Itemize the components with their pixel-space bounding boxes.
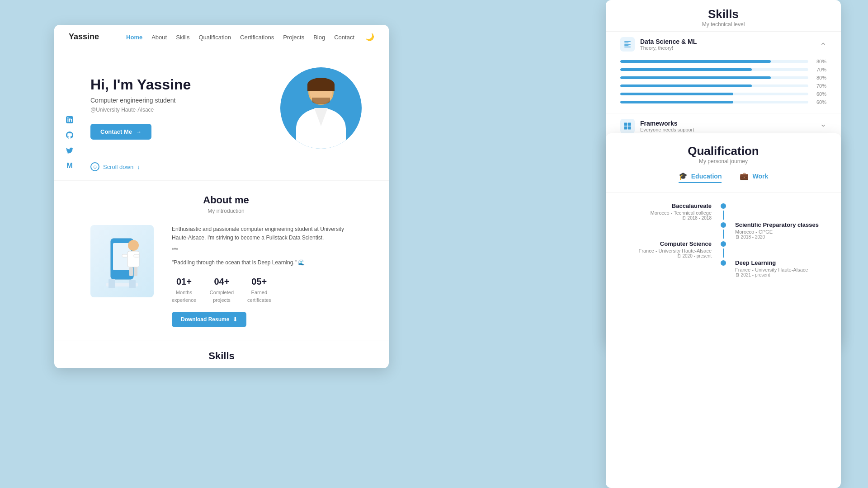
hero-role: Computer engineering student xyxy=(90,97,271,104)
skill-pct-3: 80% xyxy=(812,75,826,80)
contact-me-button[interactable]: Contact Me → xyxy=(90,124,151,140)
skill-bar-fill-6 xyxy=(620,101,733,103)
tab-education[interactable]: 🎓 Education xyxy=(679,172,722,183)
stat-projects-number: 04+ xyxy=(210,274,234,289)
skill-bar-track-5 xyxy=(620,93,808,95)
skill-bar-fill-2 xyxy=(620,68,752,71)
svg-rect-7 xyxy=(134,267,137,276)
dl-item: Deep Learning France - University Haute-… xyxy=(728,258,823,277)
bac-date: 🗓 2018 - 2018 xyxy=(624,216,712,221)
skills-subtitle: My technical level xyxy=(620,21,826,28)
dl-place: France - University Haute-Alsace xyxy=(735,267,823,272)
about-image xyxy=(90,225,154,297)
skill-bar-track-1 xyxy=(620,60,808,63)
nav-item-projects[interactable]: Projects xyxy=(283,33,304,41)
dl-date: 🗓 2021 - present xyxy=(735,272,823,277)
ds-ml-subtitle: Theory, theory! xyxy=(640,45,697,51)
stat-projects: 04+ Completedprojects xyxy=(210,274,234,305)
stat-experience: 01+ Monthsexperience xyxy=(172,274,196,305)
about-title: About me xyxy=(90,194,362,206)
sci-prep-title: Scientific Preparatory classes xyxy=(735,221,823,229)
about-stats: 01+ Monthsexperience 04+ Completedprojec… xyxy=(172,274,362,305)
nav-item-contact[interactable]: Contact xyxy=(334,33,354,41)
hero-university: @University Haute-Alsace xyxy=(90,107,271,113)
nav-link-qualification[interactable]: Qualification xyxy=(199,34,231,41)
cs-date: 🗓 2020 - present xyxy=(624,253,712,258)
ds-ml-icon xyxy=(620,37,635,52)
frameworks-title: Frameworks xyxy=(640,120,694,127)
hero-title: Hi, I'm Yassine xyxy=(90,76,271,93)
skill-bar-fill-4 xyxy=(620,84,752,87)
nav-item-skills[interactable]: Skills xyxy=(176,33,189,41)
nav-link-projects[interactable]: Projects xyxy=(283,34,304,41)
tl-line-1 xyxy=(723,211,724,220)
scroll-down-arrow: ↓ xyxy=(137,164,140,170)
tl-line-3 xyxy=(723,249,724,258)
stat-projects-label: Completedprojects xyxy=(210,289,234,305)
sci-prep-item: Scientific Preparatory classes Morocco -… xyxy=(728,221,823,239)
skill-bar-fill-3 xyxy=(620,76,771,79)
nav-link-blog[interactable]: Blog xyxy=(313,34,325,41)
svg-rect-6 xyxy=(129,267,133,276)
dl-date-icon: 🗓 xyxy=(735,272,740,277)
frameworks-text: Frameworks Everyone needs support xyxy=(640,120,694,132)
qualification-timeline: Baccalaureate Morocco - Technical colleg… xyxy=(606,192,841,286)
nav-link-certifications[interactable]: Certifications xyxy=(240,34,274,41)
download-resume-button[interactable]: Download Resume ⬇ xyxy=(172,312,246,327)
skills-header: Skills My technical level xyxy=(606,0,841,32)
cs-place: France - University Haute-Alsace xyxy=(624,248,712,253)
nav-item-qualification[interactable]: Qualification xyxy=(199,33,231,41)
stat-certificates-number: 05+ xyxy=(247,274,271,289)
skills-frameworks-header[interactable]: Frameworks Everyone needs support xyxy=(620,119,826,133)
svg-rect-12 xyxy=(628,123,631,126)
skill-bar-track-3 xyxy=(620,76,808,79)
skill-pct-2: 70% xyxy=(812,67,826,72)
bac-item: Baccalaureate Morocco - Technical colleg… xyxy=(624,202,719,221)
skills-ds-ml-header[interactable]: Data Science & ML Theory, theory! xyxy=(620,37,826,52)
medium-icon[interactable]: M xyxy=(65,161,74,170)
skill-pct-4: 70% xyxy=(812,83,826,89)
nav-links: Home About Skills Qualification Certific… xyxy=(126,33,354,41)
tl-dot-3 xyxy=(721,241,726,247)
skill-bar-fill-1 xyxy=(620,60,771,63)
tl-center-1 xyxy=(719,202,728,220)
nav-item-home[interactable]: Home xyxy=(126,33,142,41)
skills-ds-ml-category[interactable]: Data Science & ML Theory, theory! 80% 70… xyxy=(606,32,841,113)
download-btn-label: Download Resume xyxy=(181,316,229,323)
download-icon: ⬇ xyxy=(233,316,237,323)
tl-row-2: Scientific Preparatory classes Morocco -… xyxy=(624,221,823,239)
tl-row-1: Baccalaureate Morocco - Technical colleg… xyxy=(624,202,823,221)
nav-link-home[interactable]: Home xyxy=(126,34,142,41)
qual-tabs: 🎓 Education 💼 Work xyxy=(606,172,841,192)
work-tab-icon: 💼 xyxy=(740,172,749,180)
page-wrapper: Yassine Home About Skills Qualification … xyxy=(0,0,868,488)
nav-link-contact[interactable]: Contact xyxy=(334,34,354,41)
cs-date-icon: 🗓 xyxy=(677,253,681,258)
svg-rect-3 xyxy=(127,251,139,267)
cs-item: Computer Science France - University Hau… xyxy=(624,239,719,258)
nav-link-skills[interactable]: Skills xyxy=(176,34,189,41)
tl-row-4: Deep Learning France - University Haute-… xyxy=(624,258,823,277)
education-tab-icon: 🎓 xyxy=(679,172,688,180)
nav-item-about[interactable]: About xyxy=(151,33,167,41)
nav-item-blog[interactable]: Blog xyxy=(313,33,325,41)
cs-title: Computer Science xyxy=(624,240,712,248)
stat-certificates: 05+ Earnedcertificates xyxy=(247,274,271,305)
theme-toggle-icon[interactable]: 🌙 xyxy=(365,33,374,41)
hero-section: Hi, I'm Yassine Computer engineering stu… xyxy=(54,49,389,162)
tab-work[interactable]: 💼 Work xyxy=(740,172,768,183)
svg-rect-9 xyxy=(108,279,115,288)
skill-bar-track-2 xyxy=(620,68,808,71)
scroll-down[interactable]: ⊙ Scroll down ↓ xyxy=(54,162,389,180)
work-tab-label: Work xyxy=(752,173,768,180)
skills-teaser: Skills xyxy=(54,341,389,368)
bac-place: Morocco - Technical college xyxy=(624,210,712,216)
tl-center-3 xyxy=(719,239,728,258)
skill-bar-5: 60% xyxy=(620,91,826,97)
ds-ml-text: Data Science & ML Theory, theory! xyxy=(640,38,697,51)
nav-item-certifications[interactable]: Certifications xyxy=(240,33,274,41)
skill-bar-1: 80% xyxy=(620,59,826,64)
skill-bar-6: 60% xyxy=(620,99,826,105)
skill-bar-fill-5 xyxy=(620,93,733,95)
nav-link-about[interactable]: About xyxy=(151,34,167,41)
